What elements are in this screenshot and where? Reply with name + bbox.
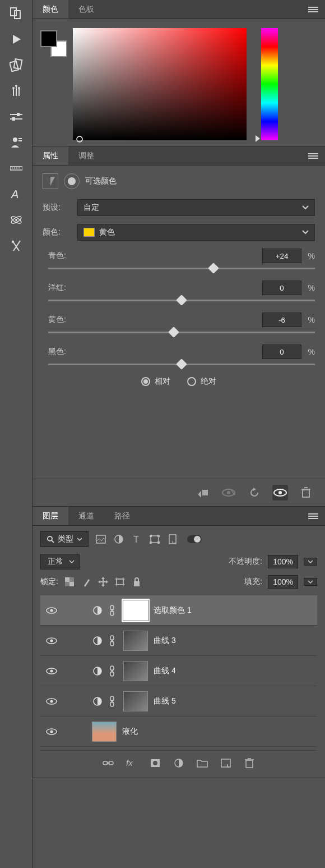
- layer-link-icon[interactable]: [109, 605, 118, 616]
- slider-value-input[interactable]: [262, 313, 301, 327]
- add-mask-icon[interactable]: [150, 757, 161, 769]
- new-layer-icon[interactable]: [220, 757, 231, 769]
- visibility-toggle-icon[interactable]: [45, 607, 58, 614]
- link-layers-icon[interactable]: [103, 757, 114, 769]
- slider-thumb[interactable]: [208, 263, 219, 274]
- visibility-toggle-icon[interactable]: [45, 637, 58, 645]
- lock-paint-icon[interactable]: [81, 576, 92, 587]
- mask-icon[interactable]: [64, 173, 80, 189]
- panel-menu-icon[interactable]: [308, 513, 318, 520]
- visibility-toggle-icon[interactable]: [45, 728, 58, 736]
- filter-type-icon[interactable]: T: [131, 534, 142, 545]
- layer-link-icon[interactable]: [109, 635, 118, 646]
- color-field[interactable]: [73, 28, 247, 140]
- visibility-toggle-icon[interactable]: [45, 667, 58, 675]
- fg-bg-swatch[interactable]: [40, 30, 67, 57]
- person-icon[interactable]: [8, 135, 24, 150]
- fill-dropdown[interactable]: [304, 578, 317, 586]
- lock-position-icon[interactable]: [97, 576, 109, 587]
- layer-row[interactable]: 曲线 4: [40, 656, 317, 686]
- layer-link-icon[interactable]: [109, 665, 118, 677]
- fx-icon[interactable]: fx: [126, 757, 137, 769]
- radio-absolute[interactable]: 绝对: [187, 376, 216, 387]
- panel-menu-icon[interactable]: [308, 6, 318, 13]
- layer-link-icon[interactable]: [109, 696, 118, 707]
- opacity-value[interactable]: 100%: [268, 555, 298, 568]
- slider-thumb[interactable]: [176, 295, 187, 306]
- slider-label: 黄色:: [48, 315, 82, 325]
- filter-adjustment-icon[interactable]: [113, 534, 124, 545]
- tool-two-rects-icon[interactable]: [8, 6, 24, 21]
- lock-transparency-icon[interactable]: [64, 576, 75, 587]
- svg-point-6: [15, 85, 17, 87]
- utensils-icon[interactable]: [8, 238, 24, 254]
- reset-icon[interactable]: [247, 485, 262, 500]
- hue-slider[interactable]: [261, 28, 278, 140]
- play-icon[interactable]: [8, 31, 24, 47]
- fill-value[interactable]: 100%: [268, 575, 298, 589]
- ruler-icon[interactable]: [8, 160, 24, 176]
- tab-layers[interactable]: 图层: [32, 507, 68, 525]
- type-a-icon[interactable]: A: [8, 186, 24, 202]
- opacity-dropdown[interactable]: [304, 558, 317, 566]
- tab-color[interactable]: 颜色: [32, 0, 68, 19]
- slider-track[interactable]: [48, 332, 315, 333]
- tab-swatches[interactable]: 色板: [68, 0, 104, 19]
- filter-image-icon[interactable]: [95, 534, 106, 545]
- view-previous-icon[interactable]: [221, 485, 236, 500]
- lock-artboard-icon[interactable]: [114, 576, 126, 587]
- tab-paths[interactable]: 路径: [104, 507, 140, 525]
- layer-thumbnail[interactable]: [123, 661, 148, 681]
- tab-properties[interactable]: 属性: [32, 146, 68, 165]
- slider-value-input[interactable]: [262, 281, 301, 295]
- preset-select[interactable]: 自定: [77, 199, 315, 216]
- layer-name[interactable]: 选取颜色 1: [154, 605, 192, 616]
- filter-smart-icon[interactable]: [167, 534, 178, 545]
- svg-rect-54: [150, 535, 152, 537]
- filter-type-select[interactable]: 类型: [40, 531, 89, 547]
- new-adjustment-icon[interactable]: [173, 757, 184, 769]
- layer-thumbnail[interactable]: [123, 631, 148, 651]
- foreground-swatch[interactable]: [40, 30, 57, 47]
- layer-name[interactable]: 液化: [122, 727, 138, 737]
- delete-layer-icon[interactable]: [244, 757, 255, 769]
- visibility-toggle-icon[interactable]: [45, 697, 58, 705]
- color-select[interactable]: 黄色: [77, 224, 315, 241]
- layer-row[interactable]: 曲线 3: [40, 626, 317, 656]
- clip-to-layer-icon[interactable]: [195, 485, 211, 500]
- new-group-icon[interactable]: [197, 757, 208, 769]
- slider-track[interactable]: [48, 300, 315, 301]
- radio-relative[interactable]: 相对: [141, 376, 170, 387]
- slider-track[interactable]: [48, 364, 315, 365]
- layer-thumbnail[interactable]: [123, 600, 148, 621]
- layer-name[interactable]: 曲线 5: [154, 696, 176, 706]
- slider-value-input[interactable]: [262, 345, 301, 359]
- svg-point-41: [278, 491, 282, 494]
- layer-thumbnail[interactable]: [92, 722, 117, 742]
- layer-row[interactable]: 曲线 5: [40, 686, 317, 717]
- tab-adjustments[interactable]: 调整: [68, 146, 104, 165]
- sliders-icon[interactable]: [8, 109, 24, 125]
- layer-row[interactable]: 液化: [40, 717, 317, 747]
- atom-icon[interactable]: [8, 212, 24, 228]
- layer-thumbnail[interactable]: [123, 691, 148, 711]
- slider-thumb[interactable]: [176, 359, 187, 370]
- svg-rect-107: [221, 759, 230, 767]
- tab-channels[interactable]: 通道: [68, 507, 104, 525]
- visibility-icon[interactable]: [272, 485, 288, 500]
- blend-mode-select[interactable]: 正常: [40, 554, 80, 570]
- layer-row[interactable]: 选取颜色 1: [40, 595, 317, 626]
- panel-menu-icon[interactable]: [308, 153, 318, 159]
- layer-name[interactable]: 曲线 3: [154, 636, 176, 646]
- slider-thumb[interactable]: [168, 327, 179, 338]
- filter-shape-icon[interactable]: [149, 534, 160, 545]
- brushes-icon[interactable]: [8, 83, 24, 99]
- slider-label: 洋红:: [48, 283, 82, 293]
- cards-icon[interactable]: [8, 57, 24, 73]
- layer-name[interactable]: 曲线 4: [154, 666, 176, 676]
- trash-icon[interactable]: [298, 485, 314, 500]
- lock-all-icon[interactable]: [131, 576, 142, 587]
- slider-value-input[interactable]: [262, 249, 301, 263]
- filter-toggle[interactable]: [187, 535, 202, 543]
- slider-track[interactable]: [48, 268, 315, 269]
